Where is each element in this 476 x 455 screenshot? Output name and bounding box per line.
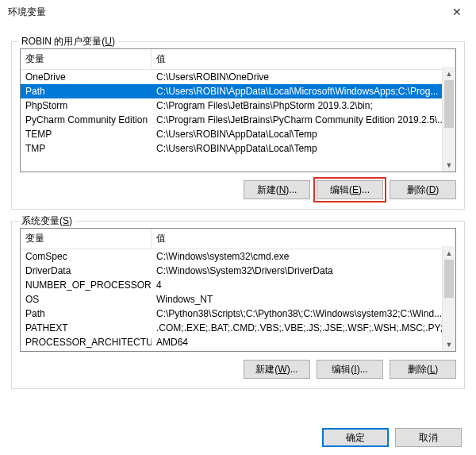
cell-variable: ComSpec <box>21 250 152 263</box>
col-value[interactable]: 值 <box>152 229 455 249</box>
cell-value: 4 <box>152 279 455 291</box>
scrollbar[interactable]: ▲ ▼ <box>442 67 455 172</box>
cancel-button[interactable]: 取消 <box>395 428 462 447</box>
system-vars-group: 系统变量(S) 变量 值 ComSpecC:\Windows\system32\… <box>11 221 465 389</box>
col-value[interactable]: 值 <box>152 49 455 69</box>
table-row[interactable]: PROCESSOR_ARCHITECTUREAMD64 <box>21 335 455 349</box>
cell-value: C:\Program Files\JetBrains\PyCharm Commu… <box>152 114 455 126</box>
cell-value: C:\Users\ROBIN\OneDrive <box>152 71 455 83</box>
cell-value: AMD64 <box>152 336 455 349</box>
scroll-down-icon[interactable]: ▼ <box>443 337 455 351</box>
listview-header: 变量 值 <box>21 49 455 70</box>
table-row[interactable]: TMPC:\Users\ROBIN\AppData\Local\Temp <box>21 141 455 156</box>
cell-value: .COM;.EXE;.BAT;.CMD;.VBS;.VBE;.JS;.JSE;.… <box>152 322 455 334</box>
cell-value: C:\Windows\system32\cmd.exe <box>152 250 455 263</box>
scroll-down-icon[interactable]: ▼ <box>443 158 455 172</box>
cell-variable: TEMP <box>21 128 152 141</box>
cell-value: C:\Program Files\JetBrains\PhpStorm 2019… <box>152 99 455 112</box>
table-row[interactable]: PathC:\Python38\Scripts\;C:\Python38\;C:… <box>21 307 455 321</box>
table-row[interactable]: PROCESSOR_IDENTIFIERIntel64 Family 6 Mod… <box>21 349 455 352</box>
user-vars-listview[interactable]: 变量 值 OneDriveC:\Users\ROBIN\OneDrivePath… <box>20 48 456 172</box>
system-vars-legend: 系统变量(S) <box>18 214 75 228</box>
close-icon[interactable]: ✕ <box>446 2 468 21</box>
table-row[interactable]: PhpStormC:\Program Files\JetBrains\PhpSt… <box>21 98 455 113</box>
user-delete-button[interactable]: 删除(D) <box>390 180 456 199</box>
cell-value: C:\Users\ROBIN\AppData\Local\Temp <box>152 128 455 141</box>
ok-button[interactable]: 确定 <box>322 428 389 447</box>
scrollbar[interactable]: ▲ ▼ <box>442 246 455 351</box>
system-new-button[interactable]: 新建(W)... <box>244 360 310 379</box>
cell-variable: PhpStorm <box>21 99 152 112</box>
listview-header: 变量 值 <box>21 229 455 249</box>
table-row[interactable]: DriverDataC:\Windows\System32\Drivers\Dr… <box>21 264 455 278</box>
cell-variable: TMP <box>21 142 152 155</box>
cell-value: C:\Windows\System32\Drivers\DriverData <box>152 264 455 277</box>
scroll-up-icon[interactable]: ▲ <box>443 246 455 260</box>
table-row[interactable]: NUMBER_OF_PROCESSORS4 <box>21 278 455 292</box>
cell-variable: Path <box>21 85 152 98</box>
titlebar: 环境变量 ✕ <box>0 0 476 24</box>
table-row[interactable]: PATHEXT.COM;.EXE;.BAT;.CMD;.VBS;.VBE;.JS… <box>21 321 455 335</box>
table-row[interactable]: ComSpecC:\Windows\system32\cmd.exe <box>21 249 455 264</box>
table-row[interactable]: OneDriveC:\Users\ROBIN\OneDrive <box>21 70 455 84</box>
system-edit-button[interactable]: 编辑(I)... <box>317 360 383 379</box>
user-vars-group: ROBIN 的用户变量(U) 变量 值 OneDriveC:\Users\ROB… <box>11 41 465 210</box>
cell-variable: PROCESSOR_IDENTIFIER <box>21 350 152 352</box>
col-variable[interactable]: 变量 <box>21 49 152 69</box>
cell-value: C:\Users\ROBIN\AppData\Local\Microsoft\W… <box>152 85 455 98</box>
table-row[interactable]: TEMPC:\Users\ROBIN\AppData\Local\Temp <box>21 127 455 141</box>
scroll-thumb[interactable] <box>444 80 454 128</box>
window-title: 环境变量 <box>8 6 46 19</box>
system-vars-listview[interactable]: 变量 值 ComSpecC:\Windows\system32\cmd.exeD… <box>20 228 456 352</box>
cell-value: Intel64 Family 6 Model 142 Stepping 11, … <box>152 350 455 352</box>
cell-variable: OS <box>21 293 152 306</box>
cell-value: Windows_NT <box>152 293 455 306</box>
user-new-button[interactable]: 新建(N)... <box>244 180 310 199</box>
cell-variable: PROCESSOR_ARCHITECTURE <box>21 336 152 349</box>
cell-variable: PyCharm Community Edition <box>21 114 152 126</box>
table-row[interactable]: OSWindows_NT <box>21 292 455 307</box>
col-variable[interactable]: 变量 <box>21 229 152 249</box>
cell-variable: NUMBER_OF_PROCESSORS <box>21 279 152 291</box>
cell-variable: DriverData <box>21 264 152 277</box>
table-row[interactable]: PyCharm Community EditionC:\Program File… <box>21 113 455 127</box>
cell-variable: Path <box>21 307 152 320</box>
table-row[interactable]: PathC:\Users\ROBIN\AppData\Local\Microso… <box>21 84 455 98</box>
system-delete-button[interactable]: 删除(L) <box>390 360 456 379</box>
cell-value: C:\Users\ROBIN\AppData\Local\Temp <box>152 142 455 155</box>
cell-value: C:\Python38\Scripts\;C:\Python38\;C:\Win… <box>152 307 455 320</box>
scroll-thumb[interactable] <box>444 260 454 298</box>
user-vars-legend: ROBIN 的用户变量(U) <box>18 35 118 48</box>
cell-variable: PATHEXT <box>21 322 152 334</box>
scroll-up-icon[interactable]: ▲ <box>443 67 455 80</box>
cell-variable: OneDrive <box>21 71 152 83</box>
user-edit-button[interactable]: 编辑(E)... <box>317 180 383 199</box>
